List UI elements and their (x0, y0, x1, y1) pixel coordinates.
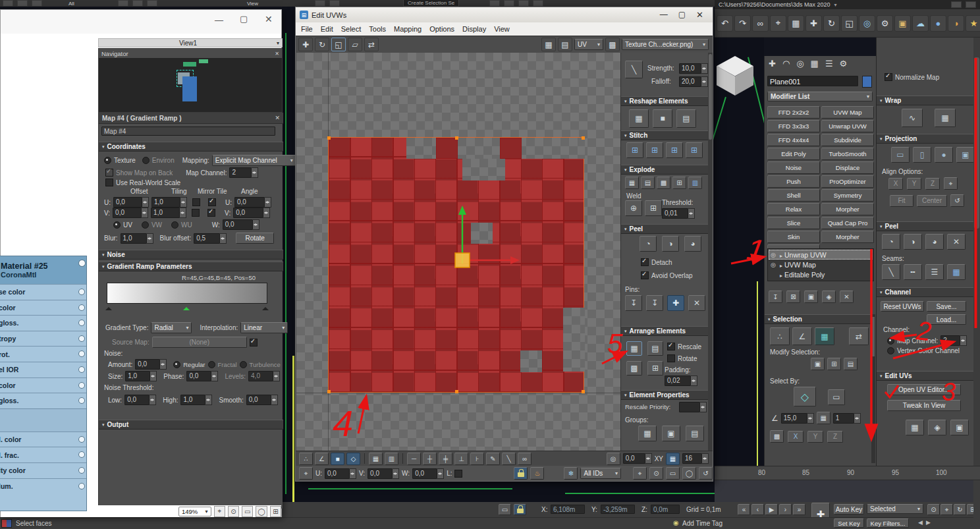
zoom-extents-icon[interactable] (256, 506, 267, 517)
uv-canvas[interactable] (296, 53, 620, 451)
object-name-field[interactable]: Plane001 (767, 76, 858, 86)
explode-face-icon[interactable] (657, 177, 670, 189)
quick-peel-icon[interactable] (882, 234, 900, 250)
uv-island-selected[interactable] (328, 137, 584, 393)
straighten-tool-icon[interactable] (653, 109, 672, 128)
avoid-overlap-checkbox[interactable] (641, 271, 649, 279)
select-convert-icon[interactable] (849, 327, 869, 345)
rollout-edit-uvs[interactable]: Edit UVs (877, 371, 974, 381)
material-slot[interactable]: l. frac. (0, 447, 86, 462)
u-offset-spinner[interactable]: 0,0 (113, 197, 149, 208)
stitch-target-icon[interactable] (686, 142, 703, 158)
material-id-filter-dropdown[interactable]: All IDs (580, 468, 621, 479)
pack-custom-icon[interactable] (647, 341, 663, 356)
pin-tool-icon[interactable] (625, 295, 642, 311)
render-uv-template-icon[interactable] (906, 420, 924, 435)
gradient-flag-right[interactable] (262, 304, 269, 310)
tab-utilities-icon[interactable]: ⚙ (840, 59, 848, 69)
view-tab-label[interactable]: View1 (179, 40, 197, 47)
vertex-select-icon[interactable] (770, 327, 790, 345)
spherical-projection-icon[interactable] (935, 147, 953, 163)
uv-scale-icon[interactable] (331, 38, 346, 51)
show-map-on-back-checkbox[interactable] (105, 169, 113, 177)
material-slot[interactable]: se color (0, 284, 86, 300)
modifier-button[interactable]: Displace (821, 161, 874, 174)
interpolation-dropdown[interactable]: Linear (240, 322, 288, 333)
rescale-priority-spinner[interactable] (679, 402, 707, 412)
snap-toggle-icon[interactable] (859, 15, 875, 32)
show-end-result-icon[interactable] (786, 291, 800, 303)
modifier-button[interactable]: Relax (767, 203, 820, 215)
toolbar-icon[interactable] (32, 0, 42, 7)
padding-spinner[interactable]: 0,02 (665, 376, 697, 386)
soft-selection-icon[interactable] (530, 467, 544, 480)
align-y-button[interactable]: Y (907, 178, 921, 190)
eye-icon[interactable] (771, 252, 778, 258)
wu-radio[interactable] (171, 221, 178, 229)
tab-display-icon[interactable]: ☰ (825, 59, 833, 69)
maximize-icon[interactable]: ▢ (240, 14, 248, 24)
pack-full-icon[interactable] (647, 361, 663, 376)
y-axis-button[interactable]: Y (807, 431, 823, 443)
align-vertical-icon[interactable] (454, 453, 468, 465)
unpin-tool-icon[interactable] (646, 295, 663, 311)
zoom-dropdown[interactable]: 149% (178, 507, 211, 516)
show-map-icon[interactable] (541, 38, 556, 51)
phase-spinner[interactable]: 0,0 (186, 371, 218, 381)
pack-tight-icon[interactable] (626, 361, 642, 376)
create-selection-set-field[interactable]: Create Selection Se (403, 0, 459, 7)
point-to-point-seam-icon[interactable] (904, 264, 922, 280)
play-icon[interactable] (765, 504, 778, 515)
clear-pins-icon[interactable] (688, 295, 705, 311)
menu-item[interactable]: Display (462, 25, 486, 33)
menu-item[interactable]: Tools (369, 25, 386, 33)
viewcube[interactable] (717, 56, 753, 96)
modifier-button[interactable]: FFD 4x4x4 (767, 134, 820, 146)
z-coord-field[interactable]: 0,0m (651, 505, 680, 514)
convert-edge-to-seam-icon[interactable] (925, 264, 944, 280)
gradient-flag-left[interactable] (105, 304, 112, 310)
toolbar-icon[interactable] (533, 0, 543, 7)
modifier-button[interactable]: Morpher (821, 203, 874, 215)
rollout-output[interactable]: Output (99, 420, 283, 430)
material-slot[interactable]: el IOR (0, 362, 86, 377)
menu-item[interactable]: Mapping (394, 25, 422, 33)
u-tile-checkbox[interactable] (208, 198, 216, 206)
rollout-explode[interactable]: Explode (621, 165, 709, 175)
rollout-reshape-elements[interactable]: Reshape Elements (621, 96, 709, 106)
mirror-icon[interactable] (877, 15, 893, 32)
rectangularize-tool-icon[interactable] (676, 109, 696, 128)
configure-modifier-icon[interactable] (822, 291, 836, 303)
object-color-swatch[interactable] (862, 76, 872, 88)
select-by-planar-icon[interactable] (828, 389, 845, 405)
u-mirror-checkbox[interactable] (192, 198, 200, 206)
material-node[interactable]: Material #25 CoronaMtl se colorcolorglos… (0, 256, 87, 511)
node-output-socket[interactable] (78, 260, 86, 267)
element-mode-icon[interactable] (346, 453, 360, 465)
select-by-name-icon[interactable] (788, 15, 804, 32)
edge-loop-icon[interactable] (407, 453, 421, 465)
pin-stack-icon[interactable] (769, 291, 782, 303)
go-to-end-icon[interactable] (793, 504, 805, 515)
map-panel-header[interactable]: Map #4 ( Gradient Ramp ) ✕ (99, 113, 283, 124)
uv-rotate-icon[interactable] (315, 38, 329, 51)
amount-spinner[interactable]: 0,0 (135, 359, 167, 370)
reset-projection-icon[interactable] (950, 194, 964, 207)
key-filters-button[interactable]: Key Filters... (867, 518, 909, 528)
pack-normalize-icon[interactable] (626, 341, 642, 356)
low-spinner[interactable]: 0,0 (124, 395, 156, 405)
modifier-stack-row[interactable]: Editable Poly (769, 269, 873, 279)
tab-hierarchy-icon[interactable]: ◎ (796, 59, 803, 69)
selection-handle[interactable] (582, 136, 585, 140)
view-tab-bar[interactable]: View1 ▾ (98, 38, 283, 47)
selection-handle[interactable] (455, 390, 458, 393)
close-icon[interactable]: ✕ (275, 51, 279, 57)
rollout-peel[interactable]: Peel (877, 221, 974, 231)
peel-mode-icon[interactable] (662, 236, 679, 252)
render-frame-icon[interactable] (948, 15, 964, 32)
bulb-icon[interactable]: ◉ (673, 519, 679, 526)
orbit-icon[interactable] (954, 504, 966, 515)
modifier-button[interactable]: FFD 3x3x3 (767, 120, 820, 132)
tab-modify-icon[interactable]: ◠ (782, 59, 790, 69)
selection-filter-dropdown[interactable]: All (68, 1, 74, 7)
